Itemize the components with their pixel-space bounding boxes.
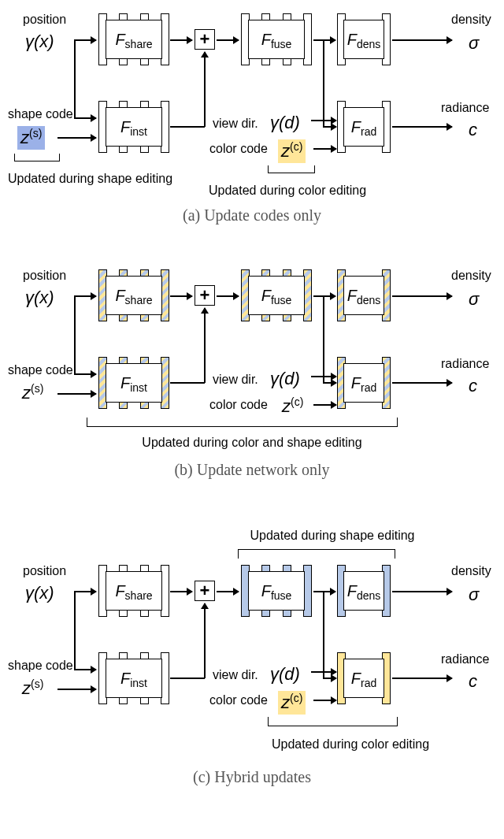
label-viewdir-c: view dir. — [213, 667, 258, 682]
arrow — [323, 126, 336, 128]
sym-sigma-c: σ — [469, 585, 479, 605]
arrow — [74, 39, 96, 41]
arrow — [311, 376, 336, 377]
label-density-c: density — [451, 563, 491, 578]
arrow — [311, 120, 336, 121]
line — [323, 295, 324, 382]
sym-gd-c: γ(d) — [270, 664, 300, 685]
f-inst-c: Finst — [106, 659, 162, 698]
label-position: position — [23, 12, 66, 27]
arrow — [313, 148, 336, 150]
sym-gd-a: γ(d) — [270, 113, 300, 133]
sym-gd-b: γ(d) — [270, 369, 300, 389]
caption-b: (b) Update network only — [0, 461, 504, 479]
arrow — [74, 373, 96, 375]
sym-c-c: c — [469, 671, 477, 692]
arrow — [313, 295, 335, 297]
sym-gamma-x-b: γ(x) — [25, 288, 54, 308]
label-position-c: position — [23, 563, 66, 578]
note-a-shape: Updated during shape editing — [8, 171, 205, 186]
sym-zc-c: z(c) — [278, 691, 306, 715]
arrow — [392, 126, 452, 128]
label-colorcode-b: color code — [209, 397, 268, 412]
label-shape-code-a: shape code — [8, 106, 73, 121]
f-fuse-b: Ffuse — [248, 276, 305, 315]
line — [74, 591, 76, 669]
arrow — [323, 678, 336, 679]
label-density-b: density — [451, 268, 491, 283]
line — [170, 382, 205, 384]
sym-zs-b: z(s) — [22, 382, 43, 404]
sym-sigma-b: σ — [469, 289, 479, 310]
arrow — [57, 393, 96, 395]
arrow — [392, 295, 452, 297]
arrow — [217, 39, 239, 41]
arrow — [311, 671, 336, 673]
arrow — [74, 591, 96, 592]
f-share-a: Fshare — [106, 20, 162, 59]
note-c-color: Updated during color editing — [252, 737, 449, 752]
label-position-b: position — [23, 268, 66, 283]
note-b: Updated during color and shape editing — [0, 435, 504, 450]
line — [74, 295, 76, 373]
line — [74, 39, 76, 117]
label-colorcode-a: color code — [209, 141, 268, 156]
diagram: position γ(x) shape code z(s) Fshare Fin… — [0, 0, 504, 839]
f-dens-c: Fdens — [343, 571, 384, 611]
brace — [268, 165, 315, 173]
arrow — [74, 669, 96, 670]
line — [323, 591, 324, 678]
arrow — [313, 39, 335, 41]
sym-c-a: c — [469, 120, 477, 140]
f-rad-b: Frad — [343, 363, 384, 403]
sym-gamma-x-a: γ(x) — [25, 32, 54, 52]
arrow — [74, 295, 96, 297]
arrow — [392, 39, 452, 41]
sym-c-b: c — [469, 376, 477, 396]
arrow — [204, 603, 206, 678]
f-rad-a: Frad — [343, 107, 384, 147]
sym-zs-a: z(s) — [17, 126, 45, 150]
sym-zc-a: z(c) — [278, 139, 306, 163]
f-dens-a: Fdens — [343, 20, 384, 59]
arrow — [204, 308, 206, 383]
plus-a: + — [195, 29, 215, 50]
sym-zc-b: z(c) — [282, 395, 303, 418]
f-rad-c: Frad — [343, 659, 384, 698]
line — [170, 126, 205, 128]
label-radiance-a: radiance — [441, 100, 489, 115]
note-c-shape: Updated during shape editing — [238, 528, 427, 543]
arrow — [170, 295, 192, 297]
arrow — [204, 52, 206, 127]
arrow — [57, 689, 96, 690]
arrow — [74, 117, 96, 119]
arrow — [392, 591, 452, 592]
arrow — [217, 591, 239, 592]
arrow — [392, 678, 452, 679]
f-share-c: Fshare — [106, 571, 162, 611]
label-radiance-c: radiance — [441, 652, 489, 666]
f-inst-a: Finst — [106, 107, 162, 147]
note-a-color: Updated during color editing — [209, 183, 406, 198]
plus-c: + — [195, 581, 215, 601]
label-colorcode-c: color code — [209, 692, 268, 707]
label-viewdir-a: view dir. — [213, 116, 258, 131]
caption-c: (c) Hybrid updates — [0, 768, 504, 786]
label-radiance-b: radiance — [441, 356, 489, 371]
label-shape-code-c: shape code — [8, 658, 73, 673]
arrow — [392, 382, 452, 384]
line — [170, 678, 205, 679]
arrow — [217, 295, 239, 297]
f-share-b: Fshare — [106, 276, 162, 315]
sym-gamma-x-c: γ(x) — [25, 583, 54, 603]
brace-c-bottom — [268, 717, 398, 726]
arrow — [313, 591, 335, 592]
brace-c-top — [238, 549, 395, 559]
f-fuse-c: Ffuse — [248, 571, 305, 611]
label-shape-code-b: shape code — [8, 362, 73, 377]
label-viewdir-b: view dir. — [213, 372, 258, 387]
brace-b — [87, 418, 398, 427]
brace — [14, 154, 60, 161]
f-fuse-a: Ffuse — [248, 20, 305, 59]
caption-a: (a) Update codes only — [0, 206, 504, 225]
